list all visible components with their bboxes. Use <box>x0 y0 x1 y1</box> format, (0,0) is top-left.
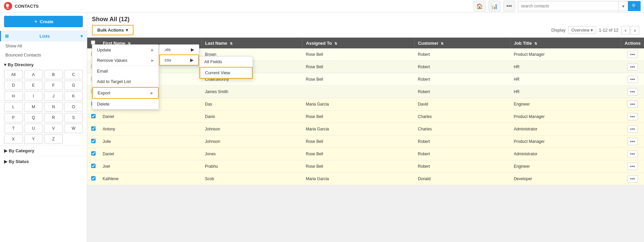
letter-btn-k[interactable]: K <box>64 91 83 101</box>
row-actions-cell[interactable]: ••• <box>621 173 644 185</box>
last-name-col-header[interactable]: Last Name ⇅ <box>202 38 303 48</box>
prev-page-btn[interactable]: ‹ <box>621 26 630 35</box>
letter-btn-b[interactable]: B <box>44 70 63 79</box>
customer-col-header[interactable]: Customer ⇅ <box>415 38 511 48</box>
row-checkbox[interactable] <box>91 151 96 156</box>
row-checkbox-cell[interactable] <box>87 148 99 160</box>
letter-btn-d[interactable]: D <box>4 81 23 90</box>
csv-arrow-icon: ▶ <box>190 57 194 63</box>
letter-btn-all[interactable]: All <box>4 70 23 79</box>
row-actions-btn[interactable]: ••• <box>627 163 638 170</box>
row-actions-cell[interactable]: ••• <box>621 48 644 61</box>
row-actions-btn[interactable]: ••• <box>627 175 638 183</box>
sidebar-item-bounced[interactable]: Bounced Contacts <box>0 50 87 59</box>
csv-all-fields-item[interactable]: All Fields <box>200 56 253 67</box>
menu-item-remove-values[interactable]: Remove Values ▶ <box>92 55 159 66</box>
display-select[interactable]: Overview ▾ <box>568 26 596 34</box>
letter-btn-h[interactable]: H <box>4 91 23 101</box>
sidebar-by-category[interactable]: ▶ By Category <box>0 145 87 156</box>
row-checkbox-cell[interactable] <box>87 160 99 173</box>
letter-btn-u[interactable]: U <box>24 124 43 133</box>
row-actions-btn[interactable]: ••• <box>627 76 638 83</box>
row-actions-cell[interactable]: ••• <box>621 86 644 98</box>
menu-item-update[interactable]: Update ▶ <box>92 45 159 55</box>
row-last-name: Davis <box>202 111 303 123</box>
letter-btn-r[interactable]: R <box>44 113 63 122</box>
letter-btn-x[interactable]: X <box>4 134 23 144</box>
row-actions-btn[interactable]: ••• <box>627 125 638 133</box>
row-actions-btn[interactable]: ••• <box>627 150 638 158</box>
row-actions-btn[interactable]: ••• <box>627 88 638 95</box>
remove-values-label: Remove Values <box>97 58 127 63</box>
search-input[interactable] <box>518 1 619 11</box>
letter-btn-a[interactable]: A <box>24 70 43 79</box>
app-title: CONTACTS <box>15 4 39 9</box>
row-checkbox[interactable] <box>91 139 96 143</box>
sidebar-lists-header[interactable]: ⊞ Lists ▾ <box>0 31 87 41</box>
assigned-to-col-label: Assigned To <box>306 41 332 46</box>
row-actions-btn[interactable]: ••• <box>627 63 638 71</box>
job-title-col-header[interactable]: Job Title ⇅ <box>511 38 621 48</box>
row-checkbox-cell[interactable] <box>87 111 99 123</box>
more-icon-btn[interactable]: ••• <box>503 1 515 11</box>
row-actions-cell[interactable]: ••• <box>621 148 644 160</box>
letter-btn-p[interactable]: P <box>4 113 23 122</box>
assigned-to-col-header[interactable]: Assigned To ⇅ <box>303 38 415 48</box>
letter-btn-e[interactable]: E <box>24 81 43 90</box>
row-checkbox[interactable] <box>91 164 96 168</box>
chart-icon-btn[interactable]: 📊 <box>488 1 500 11</box>
export-csv-item[interactable]: csv ▶ <box>159 54 199 66</box>
letter-btn-c[interactable]: C <box>64 70 83 79</box>
letter-btn-y[interactable]: Y <box>24 134 43 144</box>
letter-btn-i[interactable]: I <box>24 91 43 101</box>
sidebar-by-status[interactable]: ▶ By Status <box>0 156 87 167</box>
row-actions-cell[interactable]: ••• <box>621 98 644 111</box>
row-actions-cell[interactable]: ••• <box>621 111 644 123</box>
next-page-btn[interactable]: › <box>631 26 639 35</box>
row-actions-cell[interactable]: ••• <box>621 61 644 73</box>
row-actions-cell[interactable]: ••• <box>621 123 644 135</box>
row-actions-btn[interactable]: ••• <box>627 113 638 120</box>
menu-item-delete[interactable]: Delete <box>92 99 159 109</box>
letter-btn-s[interactable]: S <box>64 113 83 122</box>
row-checkbox-cell[interactable] <box>87 173 99 185</box>
letter-btn-l[interactable]: L <box>4 102 23 112</box>
row-actions-btn[interactable]: ••• <box>627 51 638 58</box>
table-row: Joel Prabhu Rose Bell Robert Engineer ••… <box>87 160 644 173</box>
letter-btn-n[interactable]: N <box>44 102 63 112</box>
row-checkbox[interactable] <box>91 126 96 131</box>
row-checkbox[interactable] <box>91 176 96 180</box>
add-target-label: Add to Target List <box>97 79 131 84</box>
letter-btn-m[interactable]: M <box>24 102 43 112</box>
row-actions-cell[interactable]: ••• <box>621 135 644 148</box>
menu-item-export[interactable]: Export ▶ <box>92 87 159 99</box>
menu-item-email[interactable]: Email <box>92 66 159 76</box>
row-checkbox[interactable] <box>91 114 96 118</box>
letter-btn-q[interactable]: Q <box>24 113 43 122</box>
sidebar-item-show-all[interactable]: Show All <box>0 41 87 50</box>
letter-btn-v[interactable]: V <box>44 124 63 133</box>
row-checkbox-cell[interactable] <box>87 123 99 135</box>
bulk-actions-button[interactable]: Bulk Actions ▾ <box>92 25 133 35</box>
row-actions-cell[interactable]: ••• <box>621 160 644 173</box>
letter-btn-w[interactable]: W <box>64 124 83 133</box>
sidebar-by-directory[interactable]: ▾ By Directory <box>0 59 87 69</box>
row-job-title: Administrator <box>511 123 621 135</box>
letter-btn-j[interactable]: J <box>44 91 63 101</box>
row-actions-btn[interactable]: ••• <box>627 100 638 108</box>
letter-btn-f[interactable]: F <box>44 81 63 90</box>
row-actions-btn[interactable]: ••• <box>627 138 638 145</box>
home-icon-btn[interactable]: 🏠 <box>474 1 486 11</box>
letter-btn-z[interactable]: Z <box>44 134 63 144</box>
row-checkbox-cell[interactable] <box>87 135 99 148</box>
create-button[interactable]: ＋ Create <box>4 16 83 27</box>
export-xls-item[interactable]: .xls ▶ <box>159 45 199 54</box>
letter-btn-t[interactable]: T <box>4 124 23 133</box>
letter-btn-o[interactable]: O <box>64 102 83 112</box>
letter-btn-g[interactable]: G <box>64 81 83 90</box>
row-actions-cell[interactable]: ••• <box>621 73 644 86</box>
menu-item-add-target[interactable]: Add to Target List <box>92 76 159 87</box>
csv-current-view-item[interactable]: Current View <box>200 67 253 79</box>
search-submit-btn[interactable]: 🔍 <box>628 1 641 11</box>
search-dropdown-btn[interactable]: ▾ <box>619 1 628 11</box>
